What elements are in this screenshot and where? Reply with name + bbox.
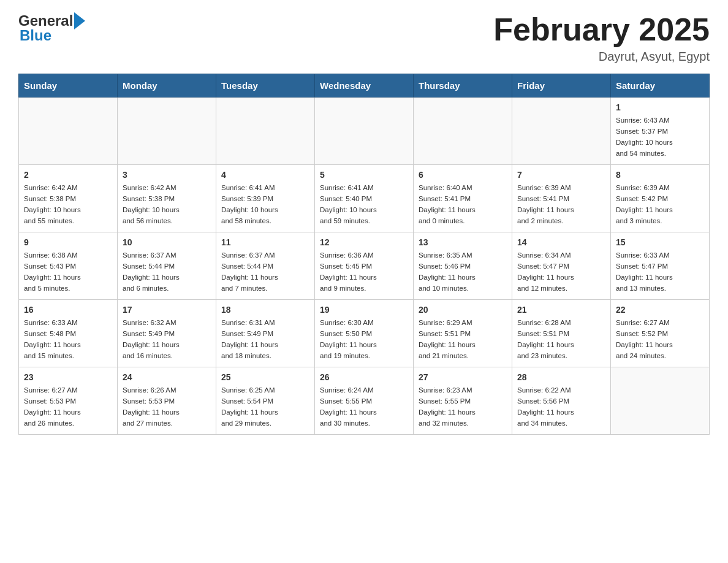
day-info: Sunrise: 6:43 AMSunset: 5:37 PMDaylight:… [616, 115, 704, 159]
calendar-week-row: 1Sunrise: 6:43 AMSunset: 5:37 PMDaylight… [19, 98, 710, 165]
calendar-cell: 27Sunrise: 6:23 AMSunset: 5:55 PMDayligh… [414, 367, 512, 435]
calendar-cell: 25Sunrise: 6:25 AMSunset: 5:54 PMDayligh… [216, 367, 315, 435]
day-number: 22 [616, 304, 704, 316]
day-number: 14 [517, 236, 605, 249]
calendar-week-row: 9Sunrise: 6:38 AMSunset: 5:43 PMDaylight… [19, 232, 710, 300]
calendar-cell: 14Sunrise: 6:34 AMSunset: 5:47 PMDayligh… [512, 232, 611, 300]
calendar-cell: 9Sunrise: 6:38 AMSunset: 5:43 PMDaylight… [19, 232, 118, 300]
calendar-week-row: 23Sunrise: 6:27 AMSunset: 5:53 PMDayligh… [19, 367, 710, 435]
day-info: Sunrise: 6:33 AMSunset: 5:47 PMDaylight:… [616, 250, 704, 294]
day-info: Sunrise: 6:25 AMSunset: 5:54 PMDaylight:… [221, 385, 309, 429]
day-of-week-header: Monday [118, 74, 216, 98]
day-number: 27 [419, 371, 507, 384]
day-info: Sunrise: 6:23 AMSunset: 5:55 PMDaylight:… [419, 385, 507, 429]
calendar-body: 1Sunrise: 6:43 AMSunset: 5:37 PMDaylight… [19, 98, 710, 435]
day-info: Sunrise: 6:35 AMSunset: 5:46 PMDaylight:… [419, 250, 507, 294]
day-info: Sunrise: 6:33 AMSunset: 5:48 PMDaylight:… [24, 318, 112, 361]
calendar-cell [118, 98, 216, 165]
day-number: 25 [221, 371, 309, 384]
title-block: February 2025 Dayrut, Asyut, Egypt [493, 12, 710, 64]
day-info: Sunrise: 6:22 AMSunset: 5:56 PMDaylight:… [517, 385, 605, 429]
logo-blue-text: Blue [20, 27, 85, 44]
day-info: Sunrise: 6:40 AMSunset: 5:41 PMDaylight:… [419, 183, 507, 226]
calendar-cell: 4Sunrise: 6:41 AMSunset: 5:39 PMDaylight… [216, 165, 315, 232]
calendar-cell: 19Sunrise: 6:30 AMSunset: 5:50 PMDayligh… [315, 300, 414, 367]
day-number: 19 [320, 304, 408, 316]
calendar-cell: 22Sunrise: 6:27 AMSunset: 5:52 PMDayligh… [611, 300, 710, 367]
day-info: Sunrise: 6:27 AMSunset: 5:53 PMDaylight:… [24, 385, 112, 429]
day-number: 2 [24, 169, 112, 182]
day-number: 9 [24, 236, 112, 249]
day-info: Sunrise: 6:38 AMSunset: 5:43 PMDaylight:… [24, 250, 112, 294]
calendar-cell: 16Sunrise: 6:33 AMSunset: 5:48 PMDayligh… [19, 300, 118, 367]
day-number: 4 [221, 169, 309, 182]
calendar-cell: 6Sunrise: 6:40 AMSunset: 5:41 PMDaylight… [414, 165, 512, 232]
calendar-cell: 21Sunrise: 6:28 AMSunset: 5:51 PMDayligh… [512, 300, 611, 367]
day-number: 26 [320, 371, 408, 384]
day-info: Sunrise: 6:37 AMSunset: 5:44 PMDaylight:… [123, 250, 211, 294]
calendar-cell: 8Sunrise: 6:39 AMSunset: 5:42 PMDaylight… [611, 165, 710, 232]
day-number: 28 [517, 371, 605, 384]
calendar-cell: 12Sunrise: 6:36 AMSunset: 5:45 PMDayligh… [315, 232, 414, 300]
day-number: 13 [419, 236, 507, 249]
day-info: Sunrise: 6:34 AMSunset: 5:47 PMDaylight:… [517, 250, 605, 294]
day-number: 1 [616, 101, 704, 114]
day-of-week-header: Saturday [611, 74, 710, 98]
day-number: 20 [419, 304, 507, 316]
day-info: Sunrise: 6:27 AMSunset: 5:52 PMDaylight:… [616, 318, 704, 361]
day-info: Sunrise: 6:30 AMSunset: 5:50 PMDaylight:… [320, 318, 408, 361]
day-number: 15 [616, 236, 704, 249]
day-info: Sunrise: 6:39 AMSunset: 5:42 PMDaylight:… [616, 183, 704, 226]
calendar-cell: 7Sunrise: 6:39 AMSunset: 5:41 PMDaylight… [512, 165, 611, 232]
day-number: 11 [221, 236, 309, 249]
day-of-week-header: Wednesday [315, 74, 414, 98]
day-info: Sunrise: 6:42 AMSunset: 5:38 PMDaylight:… [24, 183, 112, 226]
calendar-cell: 3Sunrise: 6:42 AMSunset: 5:38 PMDaylight… [118, 165, 216, 232]
calendar-cell: 1Sunrise: 6:43 AMSunset: 5:37 PMDaylight… [611, 98, 710, 165]
calendar-cell [512, 98, 611, 165]
calendar-cell: 2Sunrise: 6:42 AMSunset: 5:38 PMDaylight… [19, 165, 118, 232]
calendar-cell: 5Sunrise: 6:41 AMSunset: 5:40 PMDaylight… [315, 165, 414, 232]
calendar-cell: 18Sunrise: 6:31 AMSunset: 5:49 PMDayligh… [216, 300, 315, 367]
day-info: Sunrise: 6:24 AMSunset: 5:55 PMDaylight:… [320, 385, 408, 429]
day-info: Sunrise: 6:32 AMSunset: 5:49 PMDaylight:… [123, 318, 211, 361]
day-info: Sunrise: 6:28 AMSunset: 5:51 PMDaylight:… [517, 318, 605, 361]
calendar-cell: 23Sunrise: 6:27 AMSunset: 5:53 PMDayligh… [19, 367, 118, 435]
day-info: Sunrise: 6:26 AMSunset: 5:53 PMDaylight:… [123, 385, 211, 429]
day-info: Sunrise: 6:36 AMSunset: 5:45 PMDaylight:… [320, 250, 408, 294]
day-number: 17 [123, 304, 211, 316]
calendar-cell: 26Sunrise: 6:24 AMSunset: 5:55 PMDayligh… [315, 367, 414, 435]
calendar-cell [216, 98, 315, 165]
day-number: 24 [123, 371, 211, 384]
day-number: 3 [123, 169, 211, 182]
page-header: General Blue February 2025 Dayrut, Asyut… [18, 12, 710, 64]
calendar-subtitle: Dayrut, Asyut, Egypt [493, 50, 710, 64]
calendar-cell: 20Sunrise: 6:29 AMSunset: 5:51 PMDayligh… [414, 300, 512, 367]
day-number: 8 [616, 169, 704, 182]
day-number: 12 [320, 236, 408, 249]
day-number: 5 [320, 169, 408, 182]
day-info: Sunrise: 6:42 AMSunset: 5:38 PMDaylight:… [123, 183, 211, 226]
calendar-cell: 10Sunrise: 6:37 AMSunset: 5:44 PMDayligh… [118, 232, 216, 300]
day-of-week-header: Thursday [414, 74, 512, 98]
calendar-week-row: 16Sunrise: 6:33 AMSunset: 5:48 PMDayligh… [19, 300, 710, 367]
day-info: Sunrise: 6:37 AMSunset: 5:44 PMDaylight:… [221, 250, 309, 294]
calendar-header: SundayMondayTuesdayWednesdayThursdayFrid… [19, 74, 710, 98]
day-number: 21 [517, 304, 605, 316]
day-header-row: SundayMondayTuesdayWednesdayThursdayFrid… [19, 74, 710, 98]
day-number: 23 [24, 371, 112, 384]
day-info: Sunrise: 6:41 AMSunset: 5:40 PMDaylight:… [320, 183, 408, 226]
day-of-week-header: Tuesday [216, 74, 315, 98]
day-number: 16 [24, 304, 112, 316]
day-of-week-header: Sunday [19, 74, 118, 98]
calendar-cell: 24Sunrise: 6:26 AMSunset: 5:53 PMDayligh… [118, 367, 216, 435]
calendar-week-row: 2Sunrise: 6:42 AMSunset: 5:38 PMDaylight… [19, 165, 710, 232]
calendar-cell [414, 98, 512, 165]
calendar-cell: 13Sunrise: 6:35 AMSunset: 5:46 PMDayligh… [414, 232, 512, 300]
day-number: 18 [221, 304, 309, 316]
logo: General Blue [18, 12, 85, 44]
calendar-cell: 28Sunrise: 6:22 AMSunset: 5:56 PMDayligh… [512, 367, 611, 435]
calendar-title: February 2025 [493, 12, 710, 47]
day-info: Sunrise: 6:41 AMSunset: 5:39 PMDaylight:… [221, 183, 309, 226]
calendar-cell: 17Sunrise: 6:32 AMSunset: 5:49 PMDayligh… [118, 300, 216, 367]
